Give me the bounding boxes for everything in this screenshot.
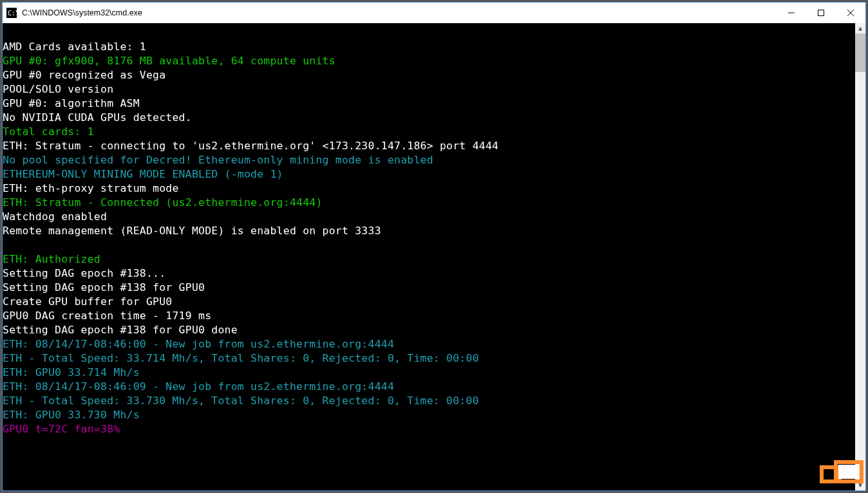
scroll-up-arrow[interactable]: ▲ xyxy=(855,23,865,33)
console-line: GPU #0: algorithm ASM xyxy=(3,97,865,111)
console-line xyxy=(3,238,865,252)
cmd-window: C:\ C:\WINDOWS\system32\cmd.exe AMD Card… xyxy=(2,2,866,491)
console-line: GPU0 t=72C fan=38% xyxy=(3,422,865,436)
console-line: POOL/SOLO version xyxy=(3,82,865,97)
console-line: No NVIDIA CUDA GPUs detected. xyxy=(3,111,865,125)
titlebar[interactable]: C:\ C:\WINDOWS\system32\cmd.exe xyxy=(3,3,865,23)
close-button[interactable] xyxy=(836,3,865,23)
console-line: ETH: 08/14/17-08:46:09 - New job from us… xyxy=(3,380,865,394)
scroll-down-arrow[interactable]: ▼ xyxy=(855,480,865,490)
console-line: Create GPU buffer for GPU0 xyxy=(3,295,865,309)
console-line: Setting DAG epoch #138 for GPU0 xyxy=(3,281,865,295)
console-line: Remote management (READ-ONLY MODE) is en… xyxy=(3,224,865,238)
console-line: No pool specified for Decred! Ethereum-o… xyxy=(3,153,865,167)
minimize-button[interactable] xyxy=(777,3,806,23)
console-line: ETH: 08/14/17-08:46:00 - New job from us… xyxy=(3,337,865,351)
console-line: ETH: GPU0 33.730 Mh/s xyxy=(3,408,865,422)
console-line: Setting DAG epoch #138 for GPU0 done xyxy=(3,323,865,337)
console-line: ETH: Authorized xyxy=(3,252,865,266)
console-line xyxy=(3,26,865,40)
console-line: AMD Cards available: 1 xyxy=(3,40,865,54)
console-line: ETH: eth-proxy stratum mode xyxy=(3,181,865,196)
svg-text:C:\: C:\ xyxy=(8,10,17,17)
console-line: GPU #0: gfx900, 8176 MB available, 64 co… xyxy=(3,54,865,68)
window-title: C:\WINDOWS\system32\cmd.exe xyxy=(22,8,142,17)
console-line: ETH: Stratum - Connected (us2.ethermine.… xyxy=(3,196,865,210)
cmd-icon: C:\ xyxy=(6,8,17,18)
console-line: Setting DAG epoch #138... xyxy=(3,266,865,281)
console-line: ETH - Total Speed: 33.730 Mh/s, Total Sh… xyxy=(3,394,865,408)
console-line: GPU #0 recognized as Vega xyxy=(3,68,865,82)
console-line: ETH: GPU0 33.714 Mh/s xyxy=(3,366,865,380)
console-line: ETH - Total Speed: 33.714 Mh/s, Total Sh… xyxy=(3,351,865,366)
maximize-button[interactable] xyxy=(806,3,836,23)
svg-rect-3 xyxy=(818,10,824,16)
scrollbar-track[interactable] xyxy=(855,23,865,490)
console-line: GPU0 DAG creation time - 1719 ms xyxy=(3,309,865,323)
console-output[interactable]: AMD Cards available: 1GPU #0: gfx900, 81… xyxy=(3,23,865,490)
console-line: Total cards: 1 xyxy=(3,125,865,139)
scrollbar-thumb[interactable] xyxy=(855,33,865,72)
console-line: ETHEREUM-ONLY MINING MODE ENABLED (-mode… xyxy=(3,167,865,181)
console-line: ETH: Stratum - connecting to 'us2.etherm… xyxy=(3,139,865,153)
console-line: Watchdog enabled xyxy=(3,210,865,224)
